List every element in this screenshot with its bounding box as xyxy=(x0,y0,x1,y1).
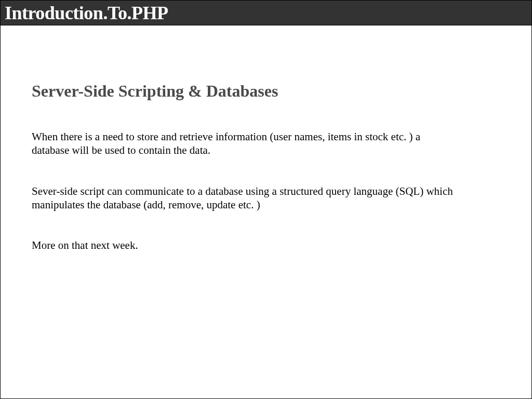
slide-paragraph: More on that next week. xyxy=(32,238,458,252)
slide-header: Introduction.To.PHP xyxy=(1,1,531,25)
slide-content: Server-Side Scripting & Databases When t… xyxy=(1,25,531,252)
slide-paragraph: Sever-side script can communicate to a d… xyxy=(32,184,458,212)
slide-heading: Server-Side Scripting & Databases xyxy=(32,82,500,101)
slide-paragraph: When there is a need to store and retrie… xyxy=(32,130,458,157)
slide-header-title: Introduction.To.PHP xyxy=(5,2,168,24)
